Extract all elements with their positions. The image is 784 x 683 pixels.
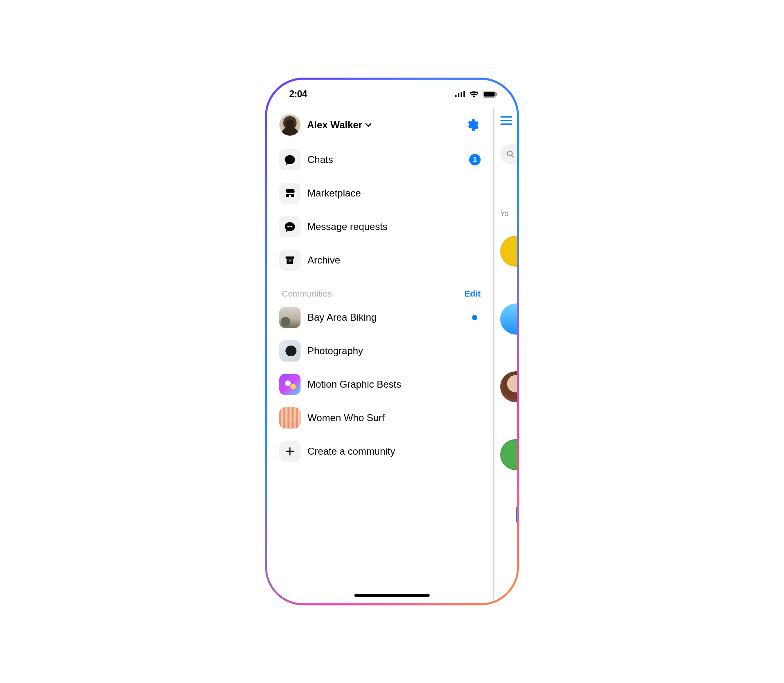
svg-rect-1: [458, 93, 459, 97]
menu-label: Marketplace: [307, 187, 361, 199]
menu-label: Chats: [307, 154, 333, 165]
menu-label: Archive: [307, 254, 340, 266]
community-item-bay-area-biking[interactable]: Bay Area Biking: [279, 307, 481, 328]
gear-icon: [466, 118, 479, 132]
menu-item-chats[interactable]: Chats 1: [279, 149, 481, 170]
cellular-icon: [455, 91, 466, 97]
menu-label: Message requests: [307, 221, 388, 232]
profile-avatar[interactable]: [279, 114, 301, 136]
svg-rect-11: [289, 260, 292, 261]
wifi-icon: [469, 91, 479, 98]
main-menu: Chats 1 Marketplace: [279, 149, 481, 271]
chat-avatar[interactable]: [500, 507, 517, 538]
chevron-down-icon: [365, 121, 372, 129]
story-label: Yo: [500, 210, 508, 218]
hamburger-button[interactable]: [500, 116, 512, 125]
search-field[interactable]: [500, 144, 517, 164]
create-community-button[interactable]: Create a community: [279, 441, 481, 462]
communities-header: Communities Edit: [279, 289, 481, 299]
profile-switcher[interactable]: Alex Walker: [307, 119, 372, 131]
community-avatar: [279, 307, 301, 328]
side-panel: Alex Walker: [267, 108, 493, 603]
edit-button[interactable]: Edit: [464, 289, 481, 299]
battery-icon: [483, 91, 497, 98]
archive-icon: [279, 250, 301, 271]
phone-frame: 2:04: [265, 78, 519, 605]
community-item-photography[interactable]: Photography: [279, 340, 481, 362]
message-requests-icon: [279, 216, 301, 237]
unread-badge: 1: [469, 154, 481, 165]
communities-list: Bay Area Biking Photography Motion Graph…: [279, 307, 481, 462]
create-community-label: Create a community: [307, 446, 395, 457]
svg-rect-5: [484, 92, 495, 96]
screen: 2:04: [267, 80, 517, 603]
community-label: Women Who Surf: [307, 412, 385, 424]
marketplace-icon: [279, 183, 301, 204]
profile-name: Alex Walker: [307, 119, 362, 131]
chat-avatar[interactable]: [500, 371, 517, 402]
unread-dot: [472, 315, 477, 320]
search-icon: [506, 150, 515, 158]
community-item-women-who-surf[interactable]: Women Who Surf: [279, 407, 481, 429]
chat-avatar[interactable]: [500, 439, 517, 470]
home-indicator[interactable]: [354, 594, 430, 597]
svg-rect-2: [461, 92, 462, 97]
menu-item-marketplace[interactable]: Marketplace: [279, 183, 481, 204]
profile-row: Alex Walker: [279, 110, 481, 140]
status-indicators: [455, 91, 497, 98]
communities-title: Communities: [282, 289, 332, 299]
menu-item-message-requests[interactable]: Message requests: [279, 216, 481, 237]
svg-rect-0: [455, 95, 457, 97]
community-avatar: [279, 374, 301, 395]
community-label: Photography: [307, 345, 363, 357]
community-label: Bay Area Biking: [307, 312, 376, 323]
community-label: Motion Graphic Bests: [307, 379, 401, 390]
svg-point-7: [287, 226, 289, 228]
community-item-motion-graphic-bests[interactable]: Motion Graphic Bests: [279, 374, 481, 395]
status-bar: 2:04: [267, 80, 517, 108]
menu-item-archive[interactable]: Archive: [279, 250, 481, 271]
svg-rect-3: [463, 91, 465, 97]
settings-button[interactable]: [464, 117, 481, 133]
chat-avatar[interactable]: [500, 304, 517, 335]
community-avatar: [279, 340, 301, 362]
chat-avatar[interactable]: [500, 236, 517, 267]
status-time: 2:04: [289, 89, 307, 100]
hamburger-icon: [500, 116, 512, 125]
svg-rect-10: [286, 257, 294, 259]
community-avatar: [279, 407, 301, 429]
peeked-chat-list[interactable]: Yo: [493, 108, 517, 603]
svg-point-8: [289, 226, 291, 228]
svg-point-9: [291, 226, 293, 228]
svg-rect-6: [496, 93, 497, 96]
plus-icon: [279, 441, 301, 462]
chat-icon: [279, 149, 301, 170]
